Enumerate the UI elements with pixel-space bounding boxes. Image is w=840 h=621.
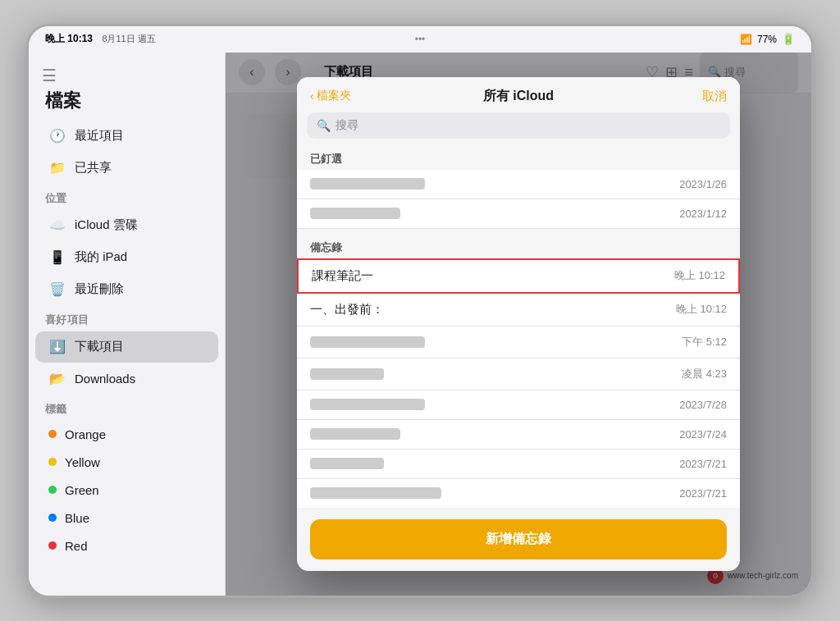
note-item-8[interactable]: 2023/7/21 [297, 479, 740, 508]
note-item-6-date: 2023/7/24 [679, 428, 727, 441]
downloads-fav-icon: ⬇️ [48, 338, 66, 356]
sidebar-toggle-icon[interactable]: ☰ [42, 66, 57, 84]
favorites-section-title: 喜好項目 [29, 306, 225, 331]
recent-icon: 🕐 [48, 127, 66, 145]
shared-icon: 📁 [48, 159, 66, 177]
note-item-2[interactable]: 一、出發前： 晚上 10:12 [297, 294, 740, 326]
section-gap [297, 229, 740, 235]
yellow-dot [48, 458, 57, 466]
icloud-icon: ☁️ [48, 217, 66, 235]
modal-overlay: ‹ 檔案夾 所有 iCloud 取消 🔍 搜尋 已釘選 [226, 53, 811, 596]
highlighted-note-text: 課程筆記一 [312, 268, 373, 284]
note-item-7-date: 2023/7/21 [679, 458, 727, 470]
pinned-item-1[interactable]: 2023/1/26 [297, 170, 740, 199]
note-item-2-text: 一、出發前： [310, 302, 384, 317]
location-section-title: 位置 [29, 185, 225, 209]
note-item-8-date: 2023/7/21 [679, 487, 727, 500]
add-note-button[interactable]: 新增備忘錄 [310, 519, 727, 559]
sidebar: ☰ 檔案 🕐 最近項目 📁 已共享 位置 ☁️ iCloud 雲碟 📱 我的 i… [29, 53, 226, 596]
main-area: ☰ 檔案 🕐 最近項目 📁 已共享 位置 ☁️ iCloud 雲碟 📱 我的 i… [29, 53, 811, 596]
note-item-7-blurred [310, 458, 384, 469]
note-item-4-blurred [310, 368, 384, 380]
sidebar-item-orange[interactable]: Orange [35, 421, 218, 448]
note-item-3-time: 下午 5:12 [682, 335, 727, 349]
app-title: 檔案 [29, 85, 225, 120]
battery-icon: 🔋 [782, 33, 795, 45]
pinned-item-1-date: 2023/1/26 [679, 178, 727, 190]
modal: ‹ 檔案夾 所有 iCloud 取消 🔍 搜尋 已釘選 [297, 77, 740, 571]
note-item-6-blurred [310, 428, 400, 440]
note-item-5-date: 2023/7/28 [679, 399, 727, 411]
status-bar: 晚上 10:13 8月11日 週五 ••• 📶 77% 🔋 [29, 26, 811, 53]
chevron-left-icon: ‹ [310, 89, 314, 103]
status-time: 晚上 10:13 8月11日 週五 [45, 32, 156, 46]
note-item-2-time: 晚上 10:12 [676, 302, 727, 317]
pinned-item-1-blurred [310, 178, 425, 189]
pinned-item-2[interactable]: 2023/1/12 [297, 199, 740, 229]
note-item-5-blurred [310, 399, 425, 410]
modal-back-button[interactable]: ‹ 檔案夾 [310, 89, 351, 103]
sidebar-item-myipad[interactable]: 📱 我的 iPad [35, 242, 218, 273]
tags-section-title: 標籤 [29, 395, 225, 420]
sidebar-item-blue[interactable]: Blue [35, 505, 218, 532]
note-item-3-blurred [310, 336, 425, 348]
pinned-item-2-date: 2023/1/12 [679, 208, 727, 220]
sidebar-item-shared[interactable]: 📁 已共享 [35, 153, 218, 184]
note-item-3[interactable]: 下午 5:12 [297, 326, 740, 358]
red-dot [48, 541, 57, 550]
modal-header: ‹ 檔案夾 所有 iCloud 取消 [297, 77, 740, 112]
wifi-icon: 📶 [740, 34, 752, 45]
folder-icon: 📂 [48, 370, 66, 388]
modal-search-icon: 🔍 [317, 119, 331, 132]
status-right-icons: 📶 77% 🔋 [740, 33, 795, 45]
note-item-4-time: 凌晨 4:23 [682, 367, 727, 381]
green-dot [48, 486, 57, 494]
highlighted-note-item[interactable]: 課程筆記一 晚上 10:12 [297, 258, 740, 294]
top-center-dots: ••• [415, 34, 426, 45]
sidebar-item-yellow[interactable]: Yellow [35, 449, 218, 476]
note-item-8-blurred [310, 487, 441, 499]
note-item-6[interactable]: 2023/7/24 [297, 420, 740, 450]
note-item-7[interactable]: 2023/7/21 [297, 450, 740, 479]
trash-icon: 🗑️ [48, 281, 66, 299]
content-area: ‹ › 下載項目 ♡ ⊞ ≡ 🔍 搜尋 [226, 53, 811, 596]
ipad-icon: 📱 [48, 249, 66, 267]
pinned-item-2-blurred [310, 208, 400, 219]
orange-dot [48, 430, 57, 438]
sidebar-item-icloud[interactable]: ☁️ iCloud 雲碟 [35, 210, 218, 241]
modal-search[interactable]: 🔍 搜尋 [307, 112, 730, 139]
device-frame: 晚上 10:13 8月11日 週五 ••• 📶 77% 🔋 ☰ 檔案 🕐 最近項… [26, 24, 814, 598]
note-item-5[interactable]: 2023/7/28 [297, 390, 740, 420]
modal-title: 所有 iCloud [483, 88, 554, 105]
blue-dot [48, 514, 57, 522]
battery-level: 77% [757, 34, 777, 45]
sidebar-item-downloads-fav[interactable]: ⬇️ 下載項目 [35, 331, 218, 363]
highlighted-note-time: 晚上 10:12 [674, 268, 725, 283]
sidebar-item-red[interactable]: Red [35, 532, 218, 559]
note-item-4[interactable]: 凌晨 4:23 [297, 358, 740, 390]
modal-cancel-button[interactable]: 取消 [702, 89, 727, 104]
sidebar-item-recent[interactable]: 🕐 最近項目 [35, 121, 218, 152]
sidebar-item-deleted[interactable]: 🗑️ 最近刪除 [35, 274, 218, 305]
pinned-section-header: 已釘選 [297, 147, 740, 170]
sidebar-item-green[interactable]: Green [35, 477, 218, 504]
notes-section-header: 備忘錄 [297, 235, 740, 258]
sidebar-item-downloads-folder[interactable]: 📂 Downloads [35, 363, 218, 395]
